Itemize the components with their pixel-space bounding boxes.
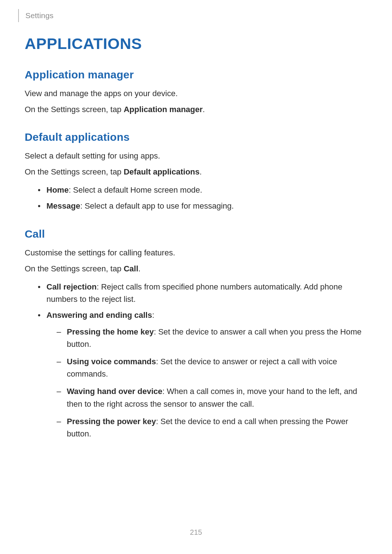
- list-item: Call rejection: Reject calls from specif…: [38, 281, 366, 305]
- text: On the Settings screen, tap: [25, 264, 124, 273]
- page-title: APPLICATIONS: [25, 35, 366, 53]
- list-item: Message: Select a default app to use for…: [38, 200, 366, 212]
- paragraph: On the Settings screen, tap Default appl…: [25, 166, 366, 178]
- text: : Select a default app to use for messag…: [80, 201, 234, 210]
- paragraph: Select a default setting for using apps.: [25, 150, 366, 162]
- bold-text: Message: [46, 201, 80, 210]
- text: : Select a default Home screen mode.: [69, 185, 202, 194]
- bold-text: Application manager: [124, 105, 203, 114]
- bold-text: Call: [124, 264, 138, 273]
- bold-text: Waving hand over device: [67, 387, 162, 396]
- page-number: 215: [0, 528, 392, 537]
- content: APPLICATIONS Application manager View an…: [25, 35, 366, 445]
- section-default-applications: Default applications Select a default se…: [25, 131, 366, 212]
- list-item: Pressing the home key: Set the device to…: [57, 326, 366, 350]
- section-application-manager: Application manager View and manage the …: [25, 69, 366, 116]
- paragraph: View and manage the apps on your device.: [25, 87, 366, 100]
- text: .: [200, 167, 202, 176]
- dash-list: Pressing the home key: Set the device to…: [46, 326, 366, 440]
- heading-default-applications: Default applications: [25, 131, 366, 143]
- bold-text: Call rejection: [46, 282, 97, 291]
- running-head: Settings: [18, 9, 53, 22]
- text: On the Settings screen, tap: [25, 105, 124, 114]
- list-item: Waving hand over device: When a call com…: [57, 385, 366, 410]
- list-item: Pressing the power key: Set the device t…: [57, 415, 366, 440]
- bold-text: Pressing the power key: [67, 417, 156, 426]
- running-head-label: Settings: [25, 11, 53, 20]
- bullet-list: Home: Select a default Home screen mode.…: [25, 184, 366, 212]
- running-head-rule: [18, 9, 19, 22]
- heading-application-manager: Application manager: [25, 69, 366, 81]
- page: Settings APPLICATIONS Application manage…: [0, 0, 392, 554]
- list-item: Using voice commands: Set the device to …: [57, 356, 366, 380]
- text: .: [138, 264, 140, 273]
- bold-text: Answering and ending calls: [46, 311, 152, 320]
- bold-text: Pressing the home key: [67, 327, 154, 336]
- text: On the Settings screen, tap: [25, 167, 124, 176]
- section-call: Call Customise the settings for calling …: [25, 228, 366, 440]
- paragraph: Customise the settings for calling featu…: [25, 247, 366, 259]
- text: .: [203, 105, 205, 114]
- paragraph: On the Settings screen, tap Call.: [25, 263, 366, 275]
- list-item: Answering and ending calls: Pressing the…: [38, 309, 366, 440]
- list-item: Home: Select a default Home screen mode.: [38, 184, 366, 196]
- heading-call: Call: [25, 228, 366, 240]
- bold-text: Home: [46, 185, 69, 194]
- bullet-list: Call rejection: Reject calls from specif…: [25, 281, 366, 440]
- bold-text: Default applications: [124, 167, 200, 176]
- text: :: [152, 311, 154, 320]
- bold-text: Using voice commands: [67, 357, 156, 366]
- paragraph: On the Settings screen, tap Application …: [25, 103, 366, 116]
